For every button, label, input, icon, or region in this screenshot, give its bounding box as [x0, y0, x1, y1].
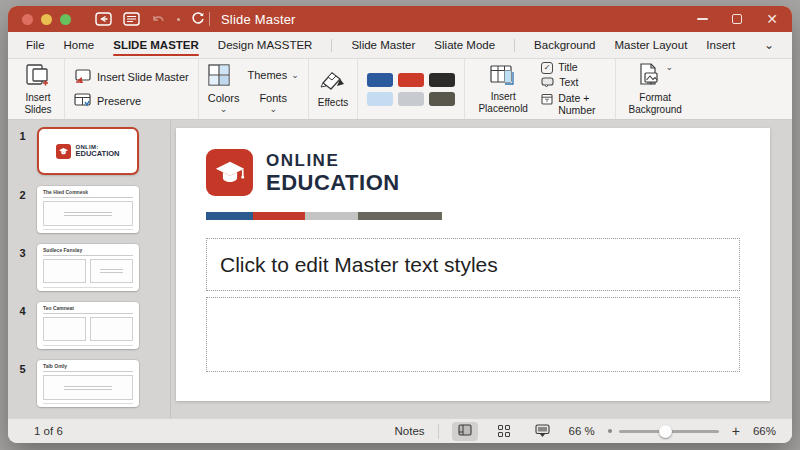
- tab-slide-master-active[interactable]: SLIDE MASTER: [113, 33, 199, 58]
- ribbon-group-master-layout: Insert Placeenold ✓ Title Text: [465, 59, 616, 119]
- zoom-in-button[interactable]: +: [732, 423, 740, 439]
- thumbnail-row-1: 1 ONLIM: EDUCATION: [8, 127, 170, 175]
- master-text-placeholder[interactable]: Click to edit Master text styles: [206, 238, 740, 291]
- tab-design-master[interactable]: Design MASSTER: [218, 33, 313, 58]
- zoom-slider[interactable]: [608, 429, 719, 433]
- ribbon-group-insert-slides: Insert Slides: [12, 59, 65, 119]
- tab-background[interactable]: Background: [534, 33, 595, 58]
- thumbnail-row-2: 2 The Hied Comnesk: [8, 186, 170, 233]
- themes-icon: [208, 64, 240, 86]
- preserve-label: Preserve: [97, 95, 141, 107]
- tab-divider: [514, 39, 515, 52]
- title-check-label: Title: [558, 62, 577, 73]
- fonts-button[interactable]: Fonts ⌄: [248, 92, 299, 114]
- notes-toggle[interactable]: Notes: [395, 425, 425, 437]
- zoom-slider-track[interactable]: [619, 430, 719, 433]
- color-swatch-blue[interactable]: [367, 73, 393, 87]
- slide-thumbnail-panel: 1 ONLIM: EDUCATION 2 Th: [8, 120, 171, 418]
- insert-placeholder-icon: [489, 64, 517, 89]
- insert-slides-button[interactable]: Insert Slides: [21, 63, 55, 116]
- insert-slide-master-button[interactable]: Insert Slide Master: [74, 69, 189, 85]
- thumbnail-row-5: 5 Talb Ontly: [8, 360, 170, 407]
- close-icon[interactable]: ✕: [766, 12, 778, 26]
- zoom-slider-thumb[interactable]: [659, 425, 672, 438]
- tab-slide-mode[interactable]: Sliate Mode: [434, 33, 495, 58]
- graduation-cap-icon: [206, 149, 253, 196]
- status-bar: 1 of 6 Notes 66 %: [8, 418, 792, 443]
- chevron-down-icon: ⌄: [220, 105, 228, 114]
- thumbnail-title: Sudlece Fanslay: [43, 248, 133, 256]
- normal-view-icon: [458, 424, 472, 438]
- slide-thumbnail-1-selected[interactable]: ONLIM: EDUCATION: [37, 127, 139, 175]
- color-bar-segment-red: [253, 212, 305, 220]
- ribbon-collapse-chevron-icon[interactable]: ⌄: [764, 38, 774, 52]
- format-background-icon: [637, 63, 661, 90]
- format-background-button[interactable]: ⌄ Format Background: [625, 63, 685, 116]
- maximize-icon[interactable]: [732, 14, 742, 24]
- slide-thumbnail-4[interactable]: Teo Camneat: [37, 302, 139, 349]
- view-list-icon[interactable]: [123, 12, 140, 26]
- tab-master-layout[interactable]: Master Layout: [614, 33, 687, 58]
- slide-master-canvas[interactable]: ONLINE EDUCATION Click to edit Master te…: [176, 128, 770, 401]
- colors-button[interactable]: Colors ⌄: [208, 92, 240, 114]
- color-bar-segment-gray: [305, 212, 358, 220]
- redo-icon[interactable]: [191, 12, 205, 26]
- undo-icon[interactable]: [151, 13, 166, 26]
- slide-thumbnail-3[interactable]: Sudlece Fanslay: [37, 244, 139, 291]
- slide-number: 2: [8, 186, 37, 233]
- slide-sorter-view-button[interactable]: [491, 422, 517, 441]
- date-number-row[interactable]: Date + Number: [541, 93, 606, 115]
- effects-label: Effects: [318, 97, 348, 109]
- normal-view-button[interactable]: [452, 422, 478, 441]
- color-swatch-red[interactable]: [398, 73, 424, 87]
- thumbnail-row-3: 3 Sudlece Fanslay: [8, 244, 170, 291]
- fullscreen-traffic-light[interactable]: [60, 14, 71, 25]
- themes-label: Themes: [248, 69, 288, 81]
- titlebar: Slide Master ✕: [8, 6, 792, 32]
- thumbnail-row-4: 4 Teo Camneat: [8, 302, 170, 349]
- insert-slide-master-label: Insert Slide Master: [97, 71, 189, 83]
- insert-placeholder-button[interactable]: Insert Placeenold: [474, 64, 532, 115]
- format-background-label: Format Background: [625, 92, 685, 115]
- tab-home[interactable]: Home: [64, 33, 95, 58]
- color-swatch-black[interactable]: [429, 73, 455, 87]
- slide-logo-line2: EDUCATION: [266, 171, 400, 194]
- insert-slides-label: Insert Slides: [21, 92, 55, 115]
- tab-file[interactable]: File: [26, 33, 45, 58]
- thumbnail-title: Teo Camneat: [43, 306, 133, 314]
- title-checkbox-row[interactable]: ✓ Title: [541, 62, 606, 74]
- effects-button[interactable]: Effects: [318, 70, 348, 109]
- text-placeholder-icon: [541, 77, 554, 90]
- slide-logo: ONLINE EDUCATION: [206, 149, 400, 196]
- collapse-ribbon-icon[interactable]: [95, 12, 112, 26]
- color-bar-segment-olive: [358, 212, 442, 220]
- slide-counter: 1 of 6: [34, 425, 63, 437]
- ribbon-group-themes: Themes ⌄ Colors ⌄ Fonts ⌄: [199, 59, 309, 119]
- tab-insert[interactable]: Insert: [706, 33, 735, 58]
- color-swatch-lightblue[interactable]: [367, 92, 393, 106]
- minimize-icon[interactable]: [697, 18, 708, 20]
- undo-menu-dot-icon[interactable]: [177, 18, 180, 21]
- chevron-down-icon: ⌄: [665, 63, 673, 72]
- effects-icon: [320, 70, 346, 95]
- empty-body-placeholder[interactable]: [206, 297, 740, 372]
- slide-thumbnail-5[interactable]: Talb Ontly: [37, 360, 139, 407]
- tab-slide-master[interactable]: Slide Master: [351, 33, 415, 58]
- preserve-button[interactable]: Preserve: [74, 93, 189, 109]
- color-swatch-gray[interactable]: [398, 92, 424, 106]
- tab-divider: [331, 39, 332, 52]
- slide-thumbnail-2[interactable]: The Hied Comnesk: [37, 186, 139, 233]
- slide-number: 4: [8, 302, 37, 349]
- date-calendar-icon: [541, 93, 553, 107]
- themes-button[interactable]: Themes ⌄: [248, 69, 299, 81]
- color-swatch-olive[interactable]: [429, 92, 455, 106]
- slideshow-view-button[interactable]: [530, 422, 556, 441]
- close-traffic-light[interactable]: [22, 14, 33, 25]
- zoom-out-dot-icon[interactable]: [608, 429, 612, 433]
- text-placeholder-row[interactable]: Text: [541, 77, 606, 90]
- thumbnail-title: The Hied Comnesk: [43, 190, 133, 198]
- insert-slide-master-icon: [74, 69, 91, 85]
- chevron-down-icon: ⌄: [291, 71, 299, 80]
- traffic-lights: [22, 14, 71, 25]
- minimize-traffic-light[interactable]: [41, 14, 52, 25]
